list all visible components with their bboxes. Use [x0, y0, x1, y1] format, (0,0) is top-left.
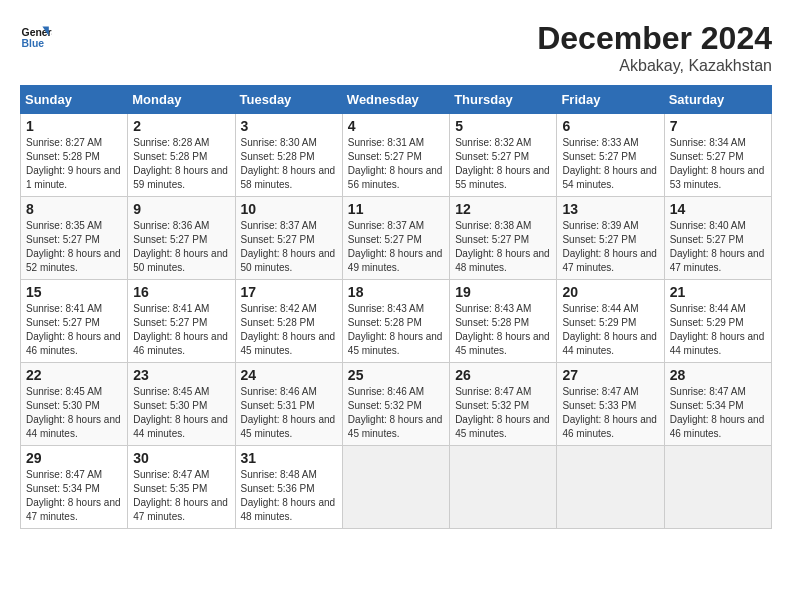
day-info: Sunrise: 8:47 AM Sunset: 5:32 PM Dayligh…	[455, 385, 551, 441]
calendar-day-cell: 9Sunrise: 8:36 AM Sunset: 5:27 PM Daylig…	[128, 197, 235, 280]
calendar-day-cell: 18Sunrise: 8:43 AM Sunset: 5:28 PM Dayli…	[342, 280, 449, 363]
day-info: Sunrise: 8:35 AM Sunset: 5:27 PM Dayligh…	[26, 219, 122, 275]
calendar-day-cell	[342, 446, 449, 529]
day-number: 30	[133, 450, 229, 466]
calendar-header-row: SundayMondayTuesdayWednesdayThursdayFrid…	[21, 86, 772, 114]
day-of-week-header: Friday	[557, 86, 664, 114]
day-info: Sunrise: 8:47 AM Sunset: 5:34 PM Dayligh…	[670, 385, 766, 441]
day-number: 19	[455, 284, 551, 300]
day-number: 13	[562, 201, 658, 217]
day-of-week-header: Wednesday	[342, 86, 449, 114]
calendar-day-cell: 26Sunrise: 8:47 AM Sunset: 5:32 PM Dayli…	[450, 363, 557, 446]
day-number: 8	[26, 201, 122, 217]
location: Akbakay, Kazakhstan	[537, 57, 772, 75]
day-number: 6	[562, 118, 658, 134]
calendar-day-cell: 5Sunrise: 8:32 AM Sunset: 5:27 PM Daylig…	[450, 114, 557, 197]
calendar-week-row: 1Sunrise: 8:27 AM Sunset: 5:28 PM Daylig…	[21, 114, 772, 197]
calendar-day-cell: 13Sunrise: 8:39 AM Sunset: 5:27 PM Dayli…	[557, 197, 664, 280]
day-info: Sunrise: 8:33 AM Sunset: 5:27 PM Dayligh…	[562, 136, 658, 192]
calendar-day-cell: 6Sunrise: 8:33 AM Sunset: 5:27 PM Daylig…	[557, 114, 664, 197]
title-block: December 2024 Akbakay, Kazakhstan	[537, 20, 772, 75]
calendar-day-cell: 24Sunrise: 8:46 AM Sunset: 5:31 PM Dayli…	[235, 363, 342, 446]
day-info: Sunrise: 8:41 AM Sunset: 5:27 PM Dayligh…	[26, 302, 122, 358]
day-info: Sunrise: 8:38 AM Sunset: 5:27 PM Dayligh…	[455, 219, 551, 275]
day-info: Sunrise: 8:36 AM Sunset: 5:27 PM Dayligh…	[133, 219, 229, 275]
day-number: 9	[133, 201, 229, 217]
calendar-day-cell: 8Sunrise: 8:35 AM Sunset: 5:27 PM Daylig…	[21, 197, 128, 280]
day-info: Sunrise: 8:28 AM Sunset: 5:28 PM Dayligh…	[133, 136, 229, 192]
day-info: Sunrise: 8:47 AM Sunset: 5:33 PM Dayligh…	[562, 385, 658, 441]
day-info: Sunrise: 8:31 AM Sunset: 5:27 PM Dayligh…	[348, 136, 444, 192]
day-number: 17	[241, 284, 337, 300]
day-info: Sunrise: 8:42 AM Sunset: 5:28 PM Dayligh…	[241, 302, 337, 358]
calendar-day-cell: 21Sunrise: 8:44 AM Sunset: 5:29 PM Dayli…	[664, 280, 771, 363]
calendar-week-row: 8Sunrise: 8:35 AM Sunset: 5:27 PM Daylig…	[21, 197, 772, 280]
day-of-week-header: Sunday	[21, 86, 128, 114]
day-of-week-header: Saturday	[664, 86, 771, 114]
calendar-day-cell: 20Sunrise: 8:44 AM Sunset: 5:29 PM Dayli…	[557, 280, 664, 363]
day-number: 23	[133, 367, 229, 383]
day-info: Sunrise: 8:48 AM Sunset: 5:36 PM Dayligh…	[241, 468, 337, 524]
calendar-day-cell	[557, 446, 664, 529]
day-info: Sunrise: 8:40 AM Sunset: 5:27 PM Dayligh…	[670, 219, 766, 275]
calendar-day-cell: 4Sunrise: 8:31 AM Sunset: 5:27 PM Daylig…	[342, 114, 449, 197]
svg-text:Blue: Blue	[22, 38, 45, 49]
day-number: 7	[670, 118, 766, 134]
day-of-week-header: Tuesday	[235, 86, 342, 114]
calendar-day-cell: 29Sunrise: 8:47 AM Sunset: 5:34 PM Dayli…	[21, 446, 128, 529]
day-number: 28	[670, 367, 766, 383]
calendar-day-cell: 27Sunrise: 8:47 AM Sunset: 5:33 PM Dayli…	[557, 363, 664, 446]
day-info: Sunrise: 8:46 AM Sunset: 5:32 PM Dayligh…	[348, 385, 444, 441]
day-info: Sunrise: 8:47 AM Sunset: 5:34 PM Dayligh…	[26, 468, 122, 524]
calendar-day-cell: 1Sunrise: 8:27 AM Sunset: 5:28 PM Daylig…	[21, 114, 128, 197]
calendar-day-cell: 2Sunrise: 8:28 AM Sunset: 5:28 PM Daylig…	[128, 114, 235, 197]
calendar-day-cell: 14Sunrise: 8:40 AM Sunset: 5:27 PM Dayli…	[664, 197, 771, 280]
day-of-week-header: Monday	[128, 86, 235, 114]
day-number: 21	[670, 284, 766, 300]
page-header: General Blue December 2024 Akbakay, Kaza…	[20, 20, 772, 75]
day-number: 26	[455, 367, 551, 383]
calendar-day-cell: 15Sunrise: 8:41 AM Sunset: 5:27 PM Dayli…	[21, 280, 128, 363]
day-number: 5	[455, 118, 551, 134]
calendar-day-cell: 11Sunrise: 8:37 AM Sunset: 5:27 PM Dayli…	[342, 197, 449, 280]
day-number: 20	[562, 284, 658, 300]
day-info: Sunrise: 8:43 AM Sunset: 5:28 PM Dayligh…	[455, 302, 551, 358]
calendar-day-cell: 31Sunrise: 8:48 AM Sunset: 5:36 PM Dayli…	[235, 446, 342, 529]
calendar-day-cell: 12Sunrise: 8:38 AM Sunset: 5:27 PM Dayli…	[450, 197, 557, 280]
day-info: Sunrise: 8:32 AM Sunset: 5:27 PM Dayligh…	[455, 136, 551, 192]
day-info: Sunrise: 8:47 AM Sunset: 5:35 PM Dayligh…	[133, 468, 229, 524]
day-number: 25	[348, 367, 444, 383]
calendar-table: SundayMondayTuesdayWednesdayThursdayFrid…	[20, 85, 772, 529]
calendar-day-cell: 17Sunrise: 8:42 AM Sunset: 5:28 PM Dayli…	[235, 280, 342, 363]
day-number: 1	[26, 118, 122, 134]
logo-icon: General Blue	[20, 20, 52, 52]
calendar-day-cell: 22Sunrise: 8:45 AM Sunset: 5:30 PM Dayli…	[21, 363, 128, 446]
calendar-day-cell: 25Sunrise: 8:46 AM Sunset: 5:32 PM Dayli…	[342, 363, 449, 446]
day-number: 27	[562, 367, 658, 383]
day-number: 12	[455, 201, 551, 217]
day-number: 31	[241, 450, 337, 466]
day-info: Sunrise: 8:43 AM Sunset: 5:28 PM Dayligh…	[348, 302, 444, 358]
calendar-day-cell: 23Sunrise: 8:45 AM Sunset: 5:30 PM Dayli…	[128, 363, 235, 446]
day-number: 16	[133, 284, 229, 300]
day-number: 10	[241, 201, 337, 217]
calendar-day-cell	[664, 446, 771, 529]
day-info: Sunrise: 8:34 AM Sunset: 5:27 PM Dayligh…	[670, 136, 766, 192]
day-number: 4	[348, 118, 444, 134]
day-info: Sunrise: 8:46 AM Sunset: 5:31 PM Dayligh…	[241, 385, 337, 441]
day-number: 18	[348, 284, 444, 300]
day-number: 22	[26, 367, 122, 383]
logo: General Blue	[20, 20, 52, 52]
day-number: 14	[670, 201, 766, 217]
day-of-week-header: Thursday	[450, 86, 557, 114]
calendar-day-cell: 10Sunrise: 8:37 AM Sunset: 5:27 PM Dayli…	[235, 197, 342, 280]
day-number: 3	[241, 118, 337, 134]
day-info: Sunrise: 8:44 AM Sunset: 5:29 PM Dayligh…	[562, 302, 658, 358]
calendar-day-cell: 30Sunrise: 8:47 AM Sunset: 5:35 PM Dayli…	[128, 446, 235, 529]
day-info: Sunrise: 8:30 AM Sunset: 5:28 PM Dayligh…	[241, 136, 337, 192]
calendar-week-row: 29Sunrise: 8:47 AM Sunset: 5:34 PM Dayli…	[21, 446, 772, 529]
day-number: 24	[241, 367, 337, 383]
calendar-day-cell: 28Sunrise: 8:47 AM Sunset: 5:34 PM Dayli…	[664, 363, 771, 446]
day-info: Sunrise: 8:37 AM Sunset: 5:27 PM Dayligh…	[241, 219, 337, 275]
calendar-day-cell: 7Sunrise: 8:34 AM Sunset: 5:27 PM Daylig…	[664, 114, 771, 197]
